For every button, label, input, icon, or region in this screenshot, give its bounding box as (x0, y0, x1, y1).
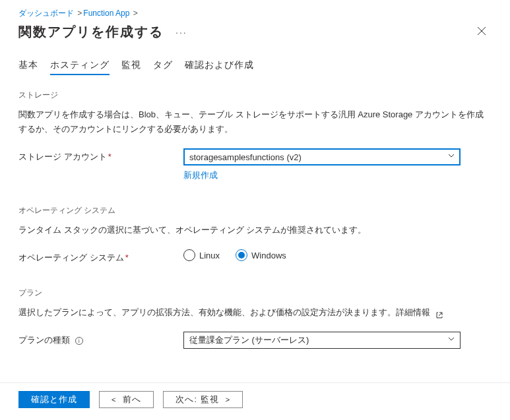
storage-heading: ストレージ (18, 90, 492, 101)
close-icon[interactable] (472, 24, 492, 41)
required-indicator: * (125, 253, 129, 262)
plan-type-value: 従量課金プラン (サーバーレス) (189, 334, 309, 346)
os-radio-windows[interactable]: Windows (236, 249, 286, 261)
tab-monitoring[interactable]: 監視 (121, 59, 141, 75)
plan-heading: プラン (18, 287, 492, 299)
footer: 確認と作成 < 前へ 次へ: 監視 > (0, 382, 510, 420)
chevron-left-icon: < (112, 396, 116, 404)
more-menu[interactable]: ··· (175, 27, 187, 38)
tab-basics[interactable]: 基本 (18, 59, 38, 75)
tabs: 基本 ホスティング 監視 タグ 確認および作成 (18, 59, 492, 75)
breadcrumb: ダッシュボード >Function App > (18, 8, 492, 19)
os-description: ランタイム スタックの選択に基づいて、オペレーティング システムが推奨されていま… (18, 223, 492, 237)
chevron-right-icon: > (226, 396, 230, 404)
breadcrumb-sep: > (133, 9, 138, 18)
radio-icon (183, 249, 195, 261)
storage-create-new-link[interactable]: 新規作成 (183, 169, 218, 181)
external-link-icon[interactable] (435, 309, 443, 317)
next-button[interactable]: 次へ: 監視 > (163, 391, 243, 408)
breadcrumb-sep: > (77, 9, 82, 18)
chevron-down-icon (448, 337, 455, 344)
page-title: 関数アプリを作成する (18, 23, 164, 41)
breadcrumb-dashboard[interactable]: ダッシュボード (18, 9, 74, 18)
storage-account-label: ストレージ アカウント* (18, 148, 183, 163)
radio-icon (236, 249, 247, 261)
previous-button[interactable]: < 前へ (99, 391, 154, 408)
info-icon[interactable]: i (75, 337, 83, 345)
plan-type-label: プランの種類 i (18, 332, 183, 346)
required-indicator: * (108, 152, 112, 162)
storage-account-select[interactable]: storagesamplesfunctions (v2) (183, 148, 461, 165)
os-label: オペレーティング システム* (18, 249, 183, 264)
chevron-down-icon (448, 154, 455, 160)
storage-account-value: storagesamplesfunctions (v2) (189, 152, 302, 162)
os-heading: オペレーティング システム (18, 205, 492, 216)
tab-hosting[interactable]: ホスティング (50, 59, 110, 75)
storage-description: 関数アプリを作成する場合は、Blob、キュー、テーブル ストレージをサポートする… (18, 107, 492, 136)
plan-description: 選択したプランによって、アプリの拡張方法、有効な機能、および価格の設定方法が決ま… (18, 305, 492, 320)
breadcrumb-function-app[interactable]: Function App (83, 9, 129, 18)
os-radio-linux[interactable]: Linux (183, 249, 220, 261)
tab-review[interactable]: 確認および作成 (185, 59, 254, 75)
tab-tags[interactable]: タグ (153, 59, 173, 75)
plan-type-select[interactable]: 従量課金プラン (サーバーレス) (183, 332, 461, 349)
review-create-button[interactable]: 確認と作成 (18, 391, 90, 408)
